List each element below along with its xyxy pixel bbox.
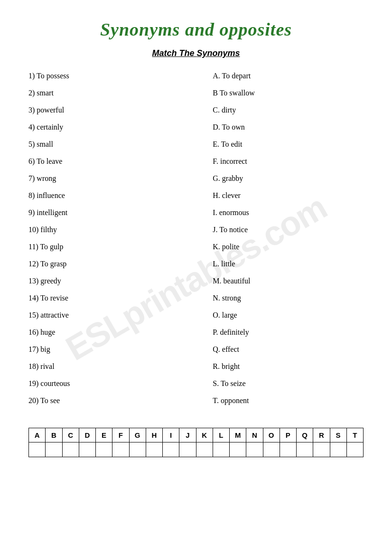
answer-item: I. enormous [213,208,364,217]
answer-item: M. beautiful [213,277,364,285]
list-item: 2) smart [28,89,179,97]
answer-item: L. little [213,260,364,268]
answer-value-cell[interactable] [213,442,230,457]
answer-value-cell[interactable] [230,442,246,457]
answer-value-cell[interactable] [146,442,163,457]
answer-header-cell: D [79,428,96,442]
answer-header-cell: O [263,428,280,442]
page: ESLprintables.com Synonyms and opposites… [0,0,392,555]
answer-item: R. bright [213,362,364,371]
list-item: 18) rival [28,362,179,371]
answer-header-cell: S [330,428,347,442]
answer-header-cell: H [146,428,163,442]
answer-item: F. incorrect [213,157,364,166]
list-item: 4) certainly [28,123,179,132]
answer-header-cell: I [163,428,179,442]
content: Synonyms and opposites Match The Synonym… [28,19,364,457]
answer-header-cell: L [213,428,230,442]
answer-value-cell[interactable] [179,442,196,457]
right-column: A. To departB To swallowC. dirtyD. To ow… [213,72,364,414]
answer-header-cell: E [96,428,112,442]
list-item: 5) small [28,140,179,149]
answer-value-cell[interactable] [196,442,213,457]
answer-table: ABCDEFGHIJKLMNOPQRST [28,428,364,457]
left-column: 1) To possess2) smart3) powerful4) certa… [28,72,179,414]
answer-header-cell: F [112,428,129,442]
answer-item: B To swallow [213,89,364,97]
subtitle-prefix: Match The [152,48,196,58]
answer-value-cell[interactable] [297,442,313,457]
answer-header-cell: T [347,428,363,442]
answer-item: K. polite [213,243,364,251]
answer-item: O. large [213,311,364,320]
answer-value-cell[interactable] [347,442,363,457]
list-item: 7) wrong [28,174,179,183]
answer-header-cell: Q [297,428,313,442]
answer-item: S. To seize [213,379,364,388]
answer-header-cell: P [280,428,297,442]
answer-item: E. To edit [213,140,364,149]
answer-header-cell: B [46,428,62,442]
answer-value-cell[interactable] [29,442,46,457]
matching-columns: 1) To possess2) smart3) powerful4) certa… [28,72,364,414]
list-item: 6) To leave [28,157,179,166]
answer-item: J. To notice [213,226,364,234]
answer-header-cell: M [230,428,246,442]
answer-header-cell: N [246,428,263,442]
list-item: 17) big [28,345,179,354]
answer-value-cell[interactable] [96,442,112,457]
answer-item: H. clever [213,191,364,200]
answer-value-cell[interactable] [280,442,297,457]
answer-item: A. To depart [213,72,364,80]
answer-value-cell[interactable] [63,442,79,457]
answer-item: C. dirty [213,106,364,114]
list-item: 20) To see [28,396,179,405]
answer-value-cell[interactable] [330,442,347,457]
answer-value-cell[interactable] [79,442,96,457]
list-item: 15) attractive [28,311,179,320]
answer-value-cell[interactable] [163,442,179,457]
answer-value-cell[interactable] [46,442,62,457]
answer-value-cell[interactable] [313,442,330,457]
answer-item: G. grabby [213,174,364,183]
answer-item: D. To own [213,123,364,132]
answer-header-cell: C [63,428,79,442]
list-item: 14) To revise [28,294,179,302]
answer-value-cell[interactable] [130,442,146,457]
answer-value-cell[interactable] [246,442,263,457]
list-item: 3) powerful [28,106,179,114]
list-item: 16) huge [28,328,179,337]
answer-item: T. opponent [213,396,364,405]
answer-header-cell: G [130,428,146,442]
answer-header-cell: K [196,428,213,442]
page-title: Synonyms and opposites [28,19,364,40]
answer-item: N. strong [213,294,364,302]
answer-header-cell: A [29,428,46,442]
list-item: 8) influence [28,191,179,200]
list-item: 10) filthy [28,226,179,234]
answer-header-cell: J [179,428,196,442]
list-item: 1) To possess [28,72,179,80]
list-item: 12) To grasp [28,260,179,268]
answer-item: P. definitely [213,328,364,337]
list-item: 11) To gulp [28,243,179,251]
answer-header-cell: R [313,428,330,442]
answer-value-cell[interactable] [263,442,280,457]
title-section: Synonyms and opposites [28,19,364,40]
answer-item: Q. effect [213,345,364,354]
list-item: 19) courteous [28,379,179,388]
subtitle-section: Match The Synonyms [28,48,364,58]
subtitle-underline: Synonyms [196,48,240,58]
list-item: 9) intelligent [28,208,179,217]
list-item: 13) greedy [28,277,179,285]
answer-value-cell[interactable] [112,442,129,457]
